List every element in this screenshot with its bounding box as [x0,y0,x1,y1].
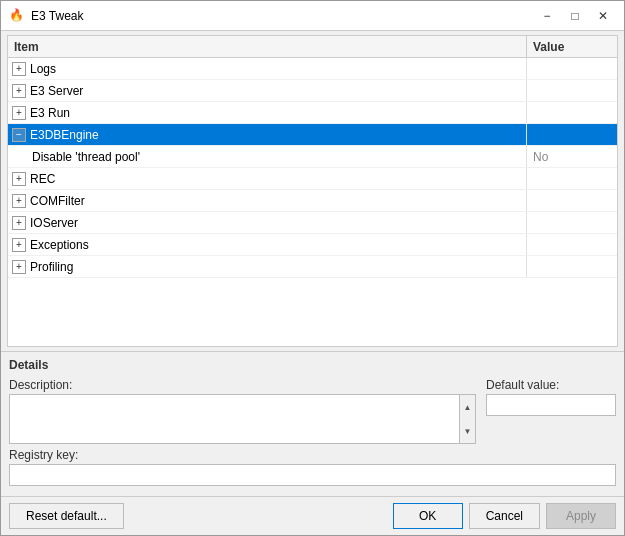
tree-row-selected[interactable]: − E3DBEngine [8,124,617,146]
tree-row-label: + Exceptions [8,234,527,255]
details-panel: Details Description: ▲ ▼ Default valu [1,351,624,496]
tree-row-label: + COMFilter [8,190,527,211]
textarea-scroll-down[interactable]: ▼ [460,419,475,443]
details-title: Details [9,358,616,372]
description-label: Description: [9,378,476,392]
tree-panel[interactable]: Item Value + Logs + E3 Server [7,35,618,347]
tree-row-value: No [527,146,617,167]
expand-icon[interactable]: + [12,84,26,98]
tree-row[interactable]: + Logs [8,58,617,80]
tree-header: Item Value [8,36,617,58]
tree-row-label: − E3DBEngine [8,124,527,145]
tree-row-label: + E3 Run [8,102,527,123]
expand-icon[interactable]: + [12,62,26,76]
tree-row-label: + Logs [8,58,527,79]
expand-icon[interactable]: + [12,238,26,252]
expand-icon[interactable]: − [12,128,26,142]
registry-key-label: Registry key: [9,448,616,462]
main-window: 🔥 E3 Tweak − □ ✕ Item Value + Logs [0,0,625,536]
ok-button[interactable]: OK [393,503,463,529]
tree-row-label: + REC [8,168,527,189]
window-title: E3 Tweak [31,9,534,23]
default-value-label: Default value: [486,378,616,392]
tree-row[interactable]: + COMFilter [8,190,617,212]
expand-icon[interactable]: + [12,194,26,208]
description-area: Description: ▲ ▼ [9,378,476,444]
expand-icon[interactable]: + [12,216,26,230]
tree-row-value [527,234,617,255]
textarea-scroll-up[interactable]: ▲ [460,395,475,419]
tree-row-value [527,256,617,277]
app-icon: 🔥 [9,8,25,24]
tree-row[interactable]: + Profiling [8,256,617,278]
close-button[interactable]: ✕ [590,6,616,26]
tree-row[interactable]: Disable 'thread pool' No [8,146,617,168]
tree-row-value [527,190,617,211]
tree-row-value [527,102,617,123]
tree-header-item-label: Item [8,36,527,57]
registry-row: Registry key: [9,448,616,486]
cancel-button[interactable]: Cancel [469,503,540,529]
tree-row[interactable]: + E3 Server [8,80,617,102]
description-textarea[interactable] [9,394,460,444]
button-bar: Reset default... OK Cancel Apply [1,496,624,535]
tree-row-value [527,212,617,233]
expand-icon[interactable]: + [12,260,26,274]
title-bar: 🔥 E3 Tweak − □ ✕ [1,1,624,31]
description-textarea-wrapper: ▲ ▼ [9,394,476,444]
apply-button[interactable]: Apply [546,503,616,529]
reset-default-button[interactable]: Reset default... [9,503,124,529]
tree-row[interactable]: + E3 Run [8,102,617,124]
tree-header-value-label: Value [527,36,617,57]
tree-row[interactable]: + Exceptions [8,234,617,256]
tree-row-label: + Profiling [8,256,527,277]
registry-key-input[interactable] [9,464,616,486]
maximize-button[interactable]: □ [562,6,588,26]
minimize-button[interactable]: − [534,6,560,26]
details-row: Description: ▲ ▼ Default value: [9,378,616,444]
tree-row-value [527,80,617,101]
default-value-area: Default value: [486,378,616,416]
tree-row[interactable]: + REC [8,168,617,190]
expand-icon[interactable]: + [12,106,26,120]
default-value-input[interactable] [486,394,616,416]
tree-row-label: + IOServer [8,212,527,233]
tree-row[interactable]: + IOServer [8,212,617,234]
textarea-scroll-controls: ▲ ▼ [460,394,476,444]
tree-row-value [527,124,617,145]
tree-row-label: Disable 'thread pool' [28,146,527,167]
window-controls: − □ ✕ [534,6,616,26]
tree-row-value [527,58,617,79]
content-area: Item Value + Logs + E3 Server [1,31,624,535]
tree-row-value [527,168,617,189]
tree-row-label: + E3 Server [8,80,527,101]
expand-icon[interactable]: + [12,172,26,186]
